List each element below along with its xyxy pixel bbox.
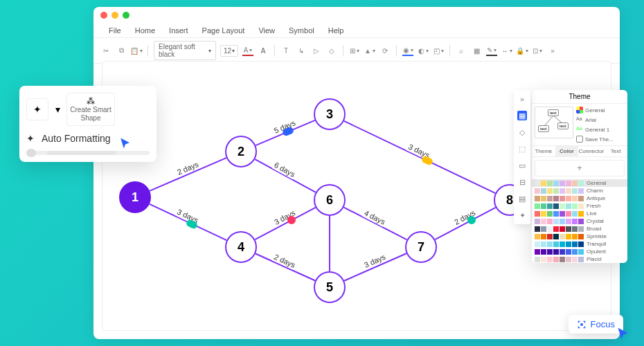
node-5[interactable]: 5 xyxy=(314,271,346,303)
menu-symbol[interactable]: Symbol xyxy=(282,24,321,37)
minimize-icon[interactable] xyxy=(111,12,118,19)
font-select[interactable]: Elegant soft black▾ xyxy=(154,41,216,60)
theme-tab-color[interactable]: Color xyxy=(555,146,579,156)
crop-icon[interactable]: ◰ xyxy=(433,45,444,56)
chevron-down-icon[interactable]: ▾ xyxy=(54,98,61,120)
expand-icon[interactable]: » xyxy=(517,94,527,104)
menu-insert[interactable]: Insert xyxy=(162,24,195,37)
menubar: FileHomeInsertPage LayoutViewSymbolHelp xyxy=(93,24,620,38)
maximize-icon[interactable] xyxy=(123,12,129,19)
menu-help[interactable]: Help xyxy=(321,24,351,37)
theme-panel: » ▦ ◇ ⬚ ▭ ⊟ ▤ ✦ Theme text text text Gen… xyxy=(532,90,627,263)
toolbar: ✂ ⧉ 📋 Elegant soft black▾ 12▾ A A T ↳ ▷ … xyxy=(93,38,620,64)
bold-icon[interactable]: A xyxy=(258,45,269,56)
layers-icon[interactable]: ▲ xyxy=(364,45,375,56)
lock-icon[interactable]: 🔒 xyxy=(517,45,528,56)
theme-preview: text text text xyxy=(535,107,573,138)
shape-icon[interactable]: ◇ xyxy=(517,127,527,137)
cursor-icon xyxy=(119,137,132,152)
palette-row[interactable]: Opulent xyxy=(532,248,627,255)
font-size-select[interactable]: 12▾ xyxy=(220,45,238,57)
arrow-style-icon[interactable]: ↔ xyxy=(501,45,512,56)
pointer-icon[interactable]: ▷ xyxy=(311,45,322,56)
preset-option[interactable]: AaGeneral 1 xyxy=(576,126,625,133)
table-icon[interactable]: ▤ xyxy=(517,194,527,203)
edge-marker xyxy=(467,216,476,224)
palette-row[interactable]: Crystal xyxy=(532,217,627,225)
settings-icon[interactable]: ✦ xyxy=(517,210,527,220)
theme-tab-text[interactable]: Text xyxy=(604,146,627,156)
focus-button[interactable]: Focus xyxy=(569,315,623,334)
svg-rect-13 xyxy=(580,323,583,326)
theme-tab-connector[interactable]: Connector xyxy=(578,146,604,156)
node-1[interactable]: 1 xyxy=(119,181,151,213)
cursor-icon xyxy=(616,327,630,343)
auto-format-popup: ✦ ▾ ⁂ Create Smart Shape ✦ Auto Formatti… xyxy=(19,86,156,162)
align-icon[interactable]: ⊞ xyxy=(349,45,360,56)
menu-page-layout[interactable]: Page Layout xyxy=(195,24,252,37)
overflow-icon[interactable]: » xyxy=(547,45,558,56)
palette-row[interactable]: Charm xyxy=(532,187,627,194)
node-4[interactable]: 4 xyxy=(225,231,257,263)
menu-view[interactable]: View xyxy=(251,24,282,37)
theme-tab-theme[interactable]: Theme xyxy=(532,146,555,156)
cut-icon[interactable]: ✂ xyxy=(100,45,111,56)
focus-icon xyxy=(577,320,587,329)
add-button[interactable]: + xyxy=(535,160,625,176)
palette-row[interactable]: Tranquil xyxy=(532,240,627,248)
spark-icon[interactable]: ✦ xyxy=(26,98,48,120)
theme-title: Theme xyxy=(532,90,627,104)
grid-icon[interactable]: ▦ xyxy=(517,111,527,120)
rotate-icon[interactable]: ⟳ xyxy=(379,45,391,56)
node-3[interactable]: 3 xyxy=(314,98,346,130)
node-2[interactable]: 2 xyxy=(225,136,257,167)
slider[interactable] xyxy=(26,151,150,155)
font-color-icon[interactable]: A xyxy=(242,45,253,56)
palette-row[interactable]: Fresh xyxy=(532,202,627,210)
create-smart-shape-button[interactable]: ⁂ Create Smart Shape xyxy=(66,93,115,126)
search-icon[interactable]: ⌕ xyxy=(456,45,467,56)
preset-option[interactable]: Save The... xyxy=(576,136,625,143)
palette-row[interactable]: Live xyxy=(532,210,627,217)
paste-icon[interactable]: 📋 xyxy=(131,45,142,56)
text-tool-icon[interactable]: T xyxy=(280,45,292,56)
palette-row[interactable]: General xyxy=(532,179,627,187)
opacity-icon[interactable]: ◐ xyxy=(418,45,429,56)
menu-file[interactable]: File xyxy=(102,24,128,37)
menu-home[interactable]: Home xyxy=(128,24,162,37)
copy-icon[interactable]: ⧉ xyxy=(116,45,127,56)
close-icon[interactable] xyxy=(100,12,107,19)
edge-marker xyxy=(287,216,296,224)
connector-icon[interactable]: ↳ xyxy=(296,45,307,56)
palette-row[interactable]: Placid xyxy=(532,255,627,263)
grid-icon[interactable]: ▦ xyxy=(471,45,482,56)
shape-icon[interactable]: ◇ xyxy=(326,45,337,56)
layers-icon[interactable]: ⬚ xyxy=(517,144,527,154)
side-icon-rail: » ▦ ◇ ⬚ ▭ ⊟ ▤ ✦ xyxy=(514,90,530,224)
preset-option[interactable]: General xyxy=(576,107,625,113)
titlebar xyxy=(93,7,620,24)
fill-icon[interactable]: ◉ xyxy=(402,45,413,56)
line-icon[interactable]: ✎ xyxy=(486,45,497,56)
svg-line-4 xyxy=(344,121,495,193)
node-6[interactable]: 6 xyxy=(314,184,346,216)
page-icon[interactable]: ▭ xyxy=(517,161,527,170)
palette-row[interactable]: Sprinkle xyxy=(532,233,627,240)
palette-row[interactable]: Antique xyxy=(532,194,627,202)
node-7[interactable]: 7 xyxy=(405,231,437,263)
palette-row[interactable]: Broad xyxy=(532,225,627,233)
text-icon[interactable]: ⊟ xyxy=(517,177,527,187)
more-icon[interactable]: ⊡ xyxy=(532,45,543,56)
preset-option[interactable]: AaArial xyxy=(576,116,625,123)
